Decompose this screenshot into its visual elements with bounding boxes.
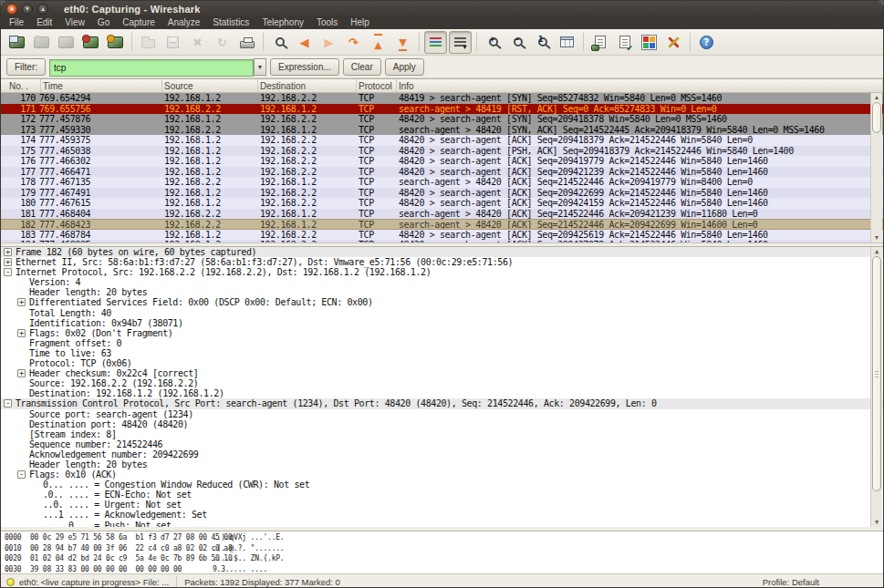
hex-row[interactable]: 001000 28 94 b7 40 00 3f 06 22 c4 c0 a8 … (5, 543, 883, 554)
capture-stop-button[interactable] (79, 31, 102, 54)
detail-row[interactable]: Source: 192.168.2.2 (192.168.2.2) (1, 378, 883, 388)
capture-options-button[interactable] (30, 31, 53, 54)
go-to-top-button[interactable]: ▲ (367, 31, 390, 54)
go-forward-button[interactable]: ▶ (317, 31, 340, 54)
detail-row[interactable]: .... 0... = Push: Not set (1, 521, 883, 527)
detail-row[interactable]: Version: 4 (1, 277, 883, 287)
packet-row-180[interactable]: 180777.467615192.168.1.2192.168.2.2TCP48… (1, 198, 883, 209)
detail-row[interactable]: ...1 .... = Acknowledgement: Set (1, 510, 883, 520)
filter-button[interactable]: Filter: (6, 58, 46, 76)
expression-button[interactable]: Expression... (270, 58, 339, 76)
packet-row-174[interactable]: 174777.459375192.168.1.2192.168.2.2TCP48… (1, 135, 883, 146)
zoom-100-button[interactable]: 1 (531, 31, 554, 54)
packet-row-173[interactable]: 173777.459330192.168.2.2192.168.1.2TCPse… (1, 125, 883, 136)
column-header-no[interactable]: No. . (1, 79, 41, 92)
detail-row[interactable]: [Stream index: 8] (1, 429, 883, 439)
menu-capture[interactable]: Capture (116, 16, 161, 29)
column-header-source[interactable]: Source (162, 79, 258, 92)
detail-row[interactable]: +Differentiated Services Field: 0x00 (DS… (1, 297, 883, 307)
open-capture-button[interactable] (137, 31, 160, 54)
packet-row-182[interactable]: 182777.468423192.168.2.2192.168.1.2TCPse… (1, 219, 883, 230)
menu-help[interactable]: Help (344, 16, 376, 29)
detail-row[interactable]: Time to live: 63 (1, 348, 883, 358)
resize-columns-button[interactable] (556, 31, 578, 54)
close-button[interactable] (6, 4, 17, 15)
menu-telephony[interactable]: Telephony (255, 16, 310, 29)
packet-list-scrollbar[interactable]: ▲ ▼ (870, 93, 882, 242)
expander-expanded-icon[interactable]: - (4, 268, 12, 276)
column-header-info[interactable]: Info (397, 79, 883, 92)
help-button[interactable]: ? (695, 31, 718, 54)
packet-row-179[interactable]: 179777.467491192.168.1.2192.168.2.2TCP48… (1, 188, 883, 199)
packet-row-170[interactable]: 170769.654294192.168.1.2192.168.2.2TCP48… (1, 93, 883, 104)
detail-row[interactable]: Total Length: 40 (1, 308, 883, 318)
menu-view[interactable]: View (58, 16, 91, 29)
print-packets-button[interactable] (235, 31, 258, 54)
packet-row-175[interactable]: 175777.465038192.168.1.2192.168.2.2TCP48… (1, 146, 883, 157)
colorize-packets-button[interactable] (424, 31, 447, 54)
go-to-packet-button[interactable]: ↷ (342, 31, 365, 54)
menu-edit[interactable]: Edit (30, 16, 58, 29)
expander-expanded-icon[interactable]: - (17, 470, 26, 479)
go-to-bottom-button[interactable]: ▼ (391, 31, 414, 54)
hex-row[interactable]: 003039 08 33 83 00 00 00 00 00 00 00 009… (5, 564, 883, 574)
scroll-up-icon[interactable]: ▲ (871, 247, 882, 256)
packet-row-178[interactable]: 178777.467135192.168.2.2192.168.1.2TCPse… (1, 177, 883, 188)
filter-input[interactable] (49, 59, 254, 77)
detail-row[interactable]: Header length: 20 bytes (1, 459, 883, 469)
column-header-destination[interactable]: Destination (258, 79, 357, 92)
detail-row[interactable]: +Header checksum: 0x22c4 [correct] (1, 368, 883, 378)
menu-analyze[interactable]: Analyze (161, 16, 207, 29)
detail-row[interactable]: Sequence number: 214522446 (1, 439, 883, 449)
auto-scroll-button[interactable]: ▼ (449, 31, 472, 54)
coloring-rules-button[interactable] (638, 31, 660, 54)
list-interfaces-button[interactable] (5, 31, 28, 54)
details-scrollbar[interactable]: ▲ ▼ (870, 247, 882, 527)
menu-tools[interactable]: Tools (310, 16, 344, 29)
detail-row[interactable]: -Internet Protocol, Src: 192.168.2.2 (19… (1, 267, 883, 277)
scrollbar-thumb[interactable] (872, 102, 881, 133)
packet-row-181[interactable]: 181777.468404192.168.2.2192.168.1.2TCPse… (1, 209, 883, 220)
hex-row[interactable]: 000000 0c 29 e5 71 56 58 6a b1 f3 d7 27 … (5, 532, 883, 543)
detail-row[interactable]: +Frame 182 (60 bytes on wire, 60 bytes c… (1, 247, 883, 257)
menu-file[interactable]: File (3, 16, 30, 29)
zoom-in-button[interactable]: + (482, 31, 504, 54)
detail-row[interactable]: Destination: 192.168.1.2 (192.168.1.2) (1, 388, 883, 398)
detail-row[interactable]: +Flags: 0x02 (Don't Fragment) (1, 328, 883, 338)
hex-row[interactable]: 002001 02 04 d2 bd 24 0c c9 5a 4e 0c 7b … (5, 553, 883, 564)
scroll-down-icon[interactable]: ▼ (871, 518, 882, 527)
expander-collapsed-icon[interactable]: + (4, 248, 12, 256)
scroll-up-icon[interactable]: ▲ (871, 93, 882, 102)
close-capture-button[interactable]: ✖ (186, 31, 209, 54)
expander-collapsed-icon[interactable]: + (17, 329, 26, 337)
expander-collapsed-icon[interactable]: + (17, 369, 26, 377)
detail-row[interactable]: Acknowledgement number: 209422699 (1, 449, 883, 459)
packet-row-184[interactable]: 184777.468885192.168.1.2192.168.2.2TCP48… (1, 240, 883, 242)
menu-go[interactable]: Go (91, 16, 116, 29)
apply-button[interactable]: Apply (385, 58, 424, 76)
detail-row[interactable]: -Flags: 0x10 (ACK) (1, 469, 883, 480)
save-capture-button[interactable] (161, 31, 184, 54)
scroll-down-icon[interactable]: ▼ (871, 233, 882, 242)
detail-row[interactable]: ..0. .... = Urgent: Not set (1, 500, 883, 510)
capture-start-button[interactable] (55, 31, 78, 54)
expander-collapsed-icon[interactable]: + (17, 298, 26, 306)
display-filters-button[interactable]: ✔ (613, 31, 636, 54)
detail-row[interactable]: Destination port: 48420 (48420) (1, 419, 883, 429)
packet-row-171[interactable]: 171769.655756192.168.2.2192.168.1.2TCPse… (1, 104, 883, 115)
scrollbar-thumb[interactable] (872, 256, 881, 491)
column-header-time[interactable]: Time (41, 79, 162, 92)
detail-row[interactable]: 0... .... = Congestion Window Reduced (C… (1, 480, 883, 490)
clear-button[interactable]: Clear (343, 58, 381, 76)
packet-row-183[interactable]: 183777.468784192.168.1.2192.168.2.2TCP48… (1, 230, 883, 241)
detail-row[interactable]: Source port: search-agent (1234) (1, 409, 883, 419)
capture-restart-button[interactable] (104, 31, 127, 54)
detail-row[interactable]: Fragment offset: 0 (1, 338, 883, 348)
expander-collapsed-icon[interactable]: + (4, 258, 12, 266)
detail-row[interactable]: -Transmission Control Protocol, Src Port… (1, 398, 883, 408)
capture-filters-button[interactable] (588, 31, 611, 54)
detail-row[interactable]: .0.. .... = ECN-Echo: Not set (1, 490, 883, 500)
detail-row[interactable]: Protocol: TCP (0x06) (1, 358, 883, 368)
column-header-protocol[interactable]: Protocol (357, 79, 397, 92)
packet-bytes-pane[interactable]: 000000 0c 29 e5 71 56 58 6a b1 f3 d7 27 … (1, 527, 883, 573)
